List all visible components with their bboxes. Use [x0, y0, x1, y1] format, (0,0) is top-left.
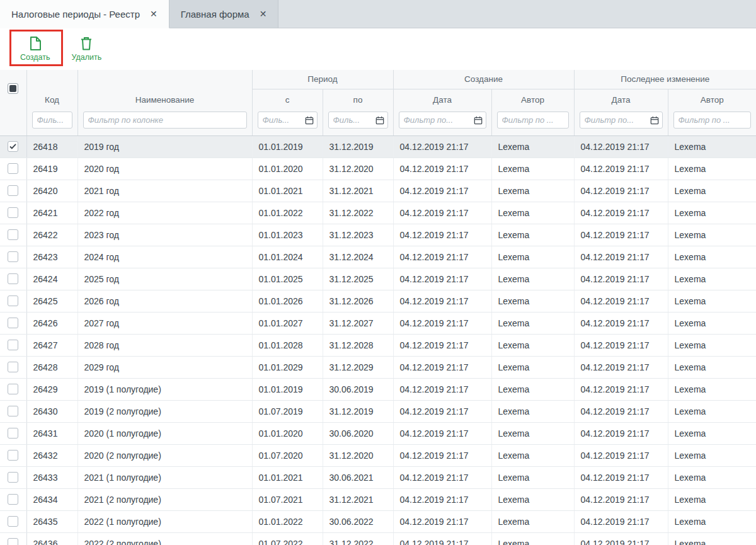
- column-header-creation-author[interactable]: Автор: [491, 89, 574, 110]
- row-select-cell[interactable]: [0, 135, 26, 158]
- cell-from: 01.01.2019: [252, 378, 323, 400]
- column-header-code[interactable]: Код: [26, 70, 77, 110]
- cell-from: 01.01.2021: [252, 466, 323, 488]
- cell-changed-author: Lexema: [668, 202, 756, 224]
- row-checkbox[interactable]: [8, 384, 18, 394]
- table-row[interactable]: 264242025 год01.01.202531.12.202504.12.2…: [0, 268, 756, 290]
- cell-to: 31.12.2021: [323, 180, 393, 202]
- row-select-cell[interactable]: [0, 510, 26, 532]
- filter-input-to[interactable]: [328, 112, 388, 129]
- cell-to: 31.12.2024: [323, 246, 393, 268]
- filter-input-code[interactable]: [32, 112, 72, 129]
- row-select-cell[interactable]: [0, 158, 26, 180]
- delete-button[interactable]: Удалить: [66, 32, 108, 66]
- row-checkbox[interactable]: [8, 406, 18, 416]
- cell-name: 2027 год: [77, 312, 252, 334]
- row-select-cell[interactable]: [0, 488, 26, 510]
- table-row[interactable]: 264322020 (2 полугодие)01.07.202031.12.2…: [0, 444, 756, 466]
- row-checkbox[interactable]: [8, 494, 18, 505]
- cell-name: 2028 год: [77, 334, 252, 356]
- row-checkbox[interactable]: [8, 229, 18, 240]
- select-all-checkbox[interactable]: [8, 83, 18, 94]
- row-select-cell[interactable]: [0, 422, 26, 444]
- filter-input-name[interactable]: [83, 112, 247, 129]
- row-checkbox[interactable]: [8, 516, 18, 527]
- cell-created-date: 04.12.2019 21:17: [393, 268, 491, 290]
- row-checkbox[interactable]: [8, 340, 18, 350]
- row-checkbox[interactable]: [8, 207, 18, 218]
- table-row[interactable]: 264302019 (2 полугодие)01.07.201931.12.2…: [0, 400, 756, 422]
- row-select-cell[interactable]: [0, 290, 26, 312]
- table-row[interactable]: 264232024 год01.01.202431.12.202404.12.2…: [0, 246, 756, 268]
- filter-input-change-date[interactable]: [580, 112, 663, 129]
- row-select-cell[interactable]: [0, 356, 26, 378]
- tab-tax-periods-registry[interactable]: Налоговые периоды - Реестр ✕: [0, 0, 169, 28]
- row-checkbox[interactable]: [8, 428, 18, 439]
- close-icon[interactable]: ✕: [260, 9, 267, 19]
- table-row[interactable]: 264222023 год01.01.202331.12.202304.12.2…: [0, 224, 756, 246]
- row-select-cell[interactable]: [0, 268, 26, 290]
- filter-input-from[interactable]: [258, 112, 318, 129]
- filter-input-change-author[interactable]: [673, 112, 752, 129]
- column-header-to[interactable]: по: [323, 89, 393, 110]
- cell-changed-author: Lexema: [668, 488, 756, 510]
- indeterminate-mark-icon: [9, 85, 16, 92]
- row-select-cell[interactable]: [0, 224, 26, 246]
- column-header-change-author[interactable]: Автор: [668, 89, 756, 110]
- select-all-cell[interactable]: [0, 70, 26, 135]
- row-checkbox[interactable]: [8, 273, 18, 284]
- table-row[interactable]: 264182019 год01.01.201931.12.201904.12.2…: [0, 135, 756, 158]
- toolbar: Создать Удалить: [0, 28, 756, 70]
- row-select-cell[interactable]: [0, 312, 26, 334]
- table-row[interactable]: 264192020 год01.01.202031.12.202004.12.2…: [0, 158, 756, 180]
- row-checkbox[interactable]: [8, 318, 18, 328]
- tab-main-form[interactable]: Главная форма ✕: [169, 0, 279, 28]
- column-header-name[interactable]: Наименование: [77, 70, 252, 110]
- row-checkbox[interactable]: [8, 185, 18, 196]
- column-header-change-date[interactable]: Дата: [574, 89, 668, 110]
- table-row[interactable]: 264362022 (2 полугодие)01.07.202231.12.2…: [0, 532, 756, 545]
- row-checkbox[interactable]: [8, 472, 18, 483]
- close-icon[interactable]: ✕: [150, 9, 158, 19]
- table-row[interactable]: 264252026 год01.01.202631.12.202604.12.2…: [0, 290, 756, 312]
- table-row[interactable]: 264352022 (1 полугодие)01.01.202230.06.2…: [0, 510, 756, 532]
- table-row[interactable]: 264272028 год01.01.202831.12.202804.12.2…: [0, 334, 756, 356]
- row-select-cell[interactable]: [0, 466, 26, 488]
- table-row[interactable]: 264212022 год01.01.202231.12.202204.12.2…: [0, 202, 756, 224]
- table-row[interactable]: 264332021 (1 полугодие)01.01.202130.06.2…: [0, 466, 756, 488]
- row-checkbox[interactable]: [8, 141, 18, 152]
- row-select-cell[interactable]: [0, 378, 26, 400]
- row-checkbox[interactable]: [8, 538, 18, 545]
- table-row[interactable]: 264262027 год01.01.202731.12.202704.12.2…: [0, 312, 756, 334]
- filter-input-creation-date[interactable]: [399, 112, 486, 129]
- table-row[interactable]: 264292019 (1 полугодие)01.01.201930.06.2…: [0, 378, 756, 400]
- table-row[interactable]: 264282029 год01.01.202931.12.202904.12.2…: [0, 356, 756, 378]
- table-row[interactable]: 264312020 (1 полугодие)01.01.202030.06.2…: [0, 422, 756, 444]
- row-checkbox[interactable]: [8, 163, 18, 174]
- row-checkbox[interactable]: [8, 251, 18, 262]
- cell-name: 2022 (2 полугодие): [77, 532, 252, 545]
- row-select-cell[interactable]: [0, 532, 26, 545]
- table-row[interactable]: 264342021 (2 полугодие)01.07.202131.12.2…: [0, 488, 756, 510]
- filter-input-creation-author[interactable]: [497, 112, 569, 129]
- column-header-creation-date[interactable]: Дата: [393, 89, 491, 110]
- column-header-from[interactable]: с: [252, 89, 323, 110]
- cell-changed-date: 04.12.2019 21:17: [574, 466, 668, 488]
- row-select-cell[interactable]: [0, 444, 26, 466]
- cell-code: 26436: [26, 532, 77, 545]
- row-checkbox[interactable]: [8, 450, 18, 461]
- cell-changed-date: 04.12.2019 21:17: [574, 378, 668, 400]
- row-select-cell[interactable]: [0, 180, 26, 202]
- row-select-cell[interactable]: [0, 334, 26, 356]
- row-select-cell[interactable]: [0, 400, 26, 422]
- row-select-cell[interactable]: [0, 246, 26, 268]
- cell-changed-author: Lexema: [668, 422, 756, 444]
- cell-to: 31.12.2022: [323, 202, 393, 224]
- row-checkbox[interactable]: [8, 362, 18, 372]
- create-button[interactable]: Создать: [14, 32, 57, 66]
- cell-changed-date: 04.12.2019 21:17: [574, 356, 668, 378]
- cell-created-date: 04.12.2019 21:17: [393, 312, 491, 334]
- table-row[interactable]: 264202021 год01.01.202131.12.202104.12.2…: [0, 180, 756, 202]
- row-checkbox[interactable]: [8, 295, 18, 306]
- row-select-cell[interactable]: [0, 202, 26, 224]
